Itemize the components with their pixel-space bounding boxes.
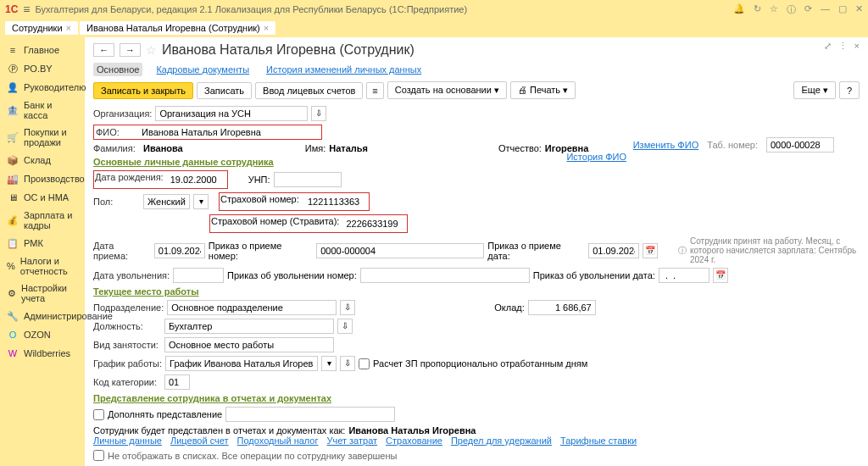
link-tax[interactable]: Подоходный налог <box>237 435 319 446</box>
refresh-icon[interactable]: ⟳ <box>804 3 812 16</box>
nav-warehouse[interactable]: 📦Склад <box>0 151 85 169</box>
propcalc-checkbox[interactable] <box>359 358 370 369</box>
save-close-button[interactable]: Записать и закрыть <box>93 82 193 99</box>
subtab-history[interactable]: История изменений личных данных <box>263 63 425 76</box>
tab-employees[interactable]: Сотрудники× <box>5 21 78 35</box>
nav-sales[interactable]: 🛒Покупки и продажи <box>0 124 85 151</box>
close-content-icon[interactable]: × <box>854 41 860 52</box>
name-value: Наталья <box>329 143 368 153</box>
salary-input[interactable] <box>528 300 596 315</box>
schedule-label: График работы: <box>93 358 162 369</box>
expand-icon[interactable]: ⤢ <box>824 41 832 52</box>
calendar-icon[interactable]: 📅 <box>643 243 658 258</box>
link-costs[interactable]: Учет затрат <box>327 435 378 446</box>
home-icon: ≡ <box>7 44 19 56</box>
save-button[interactable]: Записать <box>197 82 252 99</box>
dept-input[interactable] <box>167 300 337 315</box>
bell-icon[interactable]: 🔔 <box>733 3 745 16</box>
tabnum-input[interactable] <box>766 137 834 153</box>
window-title: Бухгалтерия для Беларуси, редакция 2.1 Л… <box>36 4 728 14</box>
unp-input[interactable] <box>274 172 342 187</box>
nav-ozon[interactable]: ОOZON <box>0 325 85 344</box>
fire-order-date-label: Приказ об увольнении дата: <box>533 270 655 280</box>
hire-order-input[interactable] <box>316 243 484 258</box>
schedule-select-button[interactable]: ⇩ <box>340 356 355 371</box>
info-icon[interactable]: ⓘ <box>787 3 796 16</box>
suppl-repr-checkbox[interactable] <box>93 409 104 420</box>
print-button[interactable]: 🖨 Печать ▾ <box>510 81 576 99</box>
fire-order-input[interactable] <box>360 268 530 283</box>
schedule-input[interactable] <box>165 356 318 371</box>
link-account[interactable]: Лицевой счет <box>170 435 229 446</box>
nav-settings[interactable]: ⚙Настройки учета <box>0 280 85 307</box>
close-icon[interactable]: ✕ <box>855 3 863 16</box>
nav-production[interactable]: 🏭Производство <box>0 169 85 188</box>
wrench-icon: 🔧 <box>7 310 19 322</box>
gender-input[interactable] <box>143 194 190 209</box>
position-input[interactable] <box>164 319 334 334</box>
calendar-icon[interactable]: 📅 <box>713 268 728 283</box>
dob-input[interactable] <box>167 172 226 187</box>
link-limit[interactable]: Предел для удержаний <box>451 435 552 446</box>
star-icon[interactable]: ☆ <box>770 3 778 16</box>
nav-bank[interactable]: 🏦Банк и касса <box>0 97 85 124</box>
percent-icon: % <box>7 260 15 272</box>
schedule-dropdown-button[interactable]: ▾ <box>321 356 337 371</box>
minimize-icon[interactable]: — <box>821 3 830 16</box>
accounts-button[interactable]: Ввод лицевых счетов <box>255 82 363 99</box>
help-button[interactable]: ? <box>839 81 860 99</box>
favorite-icon[interactable]: ☆ <box>146 43 157 57</box>
gender-select-button[interactable]: ▾ <box>193 194 209 209</box>
nav-taxes[interactable]: %Налоги и отчетность <box>0 252 85 280</box>
clipboard-icon: 📋 <box>7 237 19 249</box>
wb-icon: W <box>7 347 19 359</box>
link-personal[interactable]: Личные данные <box>93 435 162 446</box>
history-fio-link[interactable]: История ФИО <box>566 152 626 162</box>
ins-label: Страховой номер: <box>220 194 301 209</box>
tab-close-icon[interactable]: × <box>264 23 269 33</box>
nav-poby[interactable]: ⓅPO.BY <box>0 59 85 78</box>
link-insurance[interactable]: Страхование <box>386 435 442 446</box>
dept-select-button[interactable]: ⇩ <box>340 300 355 315</box>
tab-close-icon[interactable]: × <box>66 23 71 33</box>
gear-icon: ⚙ <box>7 287 16 299</box>
hide-label: Не отображать в списках. Все операции по… <box>108 451 397 461</box>
more-icon[interactable]: ⋮ <box>838 41 848 52</box>
history-icon[interactable]: ↻ <box>754 3 761 16</box>
content: ⤢ ⋮ × ← → ☆ Иванова Наталья Игоревна (Со… <box>85 37 868 466</box>
create-based-button[interactable]: Создать на основании ▾ <box>387 81 507 99</box>
change-fio-link[interactable]: Изменить ФИО <box>633 140 699 150</box>
subtab-docs[interactable]: Кадровые документы <box>153 63 253 76</box>
nav-main[interactable]: ≡Главное <box>0 41 85 59</box>
nav-salary[interactable]: 💰Зарплата и кадры <box>0 207 85 234</box>
catcode-input[interactable] <box>164 374 190 390</box>
fire-date-input[interactable] <box>173 268 224 283</box>
suppl-repr-input[interactable] <box>225 407 395 422</box>
link-rates[interactable]: Тарифные ставки <box>560 435 637 446</box>
back-button[interactable]: ← <box>93 43 114 57</box>
nav-manager[interactable]: 👤Руководителю <box>0 78 85 97</box>
ins-input[interactable] <box>304 194 368 209</box>
nav-admin[interactable]: 🔧Администрирование <box>0 307 85 325</box>
emptype-input[interactable] <box>164 337 334 352</box>
org-input[interactable] <box>155 106 308 121</box>
hire-date-input[interactable] <box>154 243 205 258</box>
list-button[interactable]: ≡ <box>366 82 383 99</box>
forward-button[interactable]: → <box>120 43 141 57</box>
org-select-button[interactable]: ⇩ <box>311 106 326 121</box>
nav-assets[interactable]: 🖥ОС и НМА <box>0 188 85 207</box>
hide-checkbox[interactable] <box>93 450 104 461</box>
more-button[interactable]: Еще ▾ <box>793 81 835 99</box>
subtab-main[interactable]: Основное <box>93 63 142 76</box>
nav-rmk[interactable]: 📋РМК <box>0 234 85 252</box>
tab-employee-card[interactable]: Иванова Наталья Игоревна (Сотрудник)× <box>80 21 275 35</box>
maximize-icon[interactable]: ▢ <box>838 3 847 16</box>
nav-wildberries[interactable]: WWildberries <box>0 344 85 363</box>
fire-order-date-input[interactable] <box>659 268 709 283</box>
hire-order-date-input[interactable] <box>588 243 639 258</box>
menu-icon[interactable]: ≡ <box>23 3 30 16</box>
ins2-input[interactable] <box>342 216 406 231</box>
app-logo: 1C <box>5 3 18 15</box>
dob-label: Дата рождения: <box>95 172 164 187</box>
position-select-button[interactable]: ⇩ <box>337 319 353 334</box>
